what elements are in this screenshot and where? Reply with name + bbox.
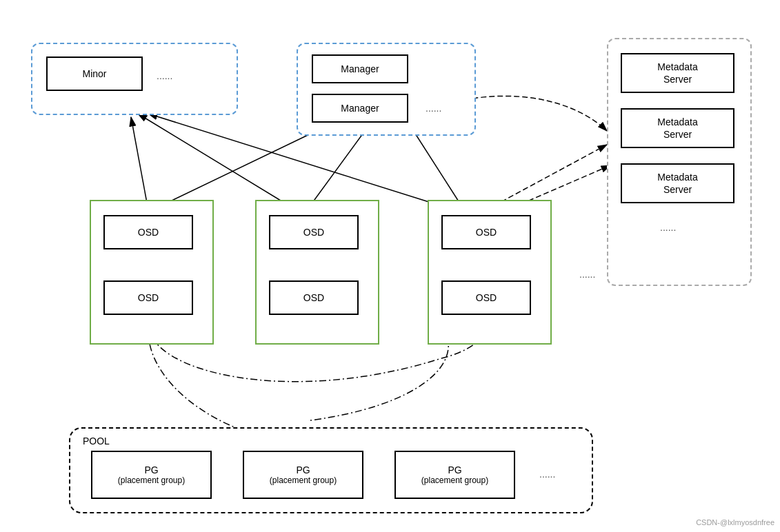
manager-label-2: Manager [341,103,379,114]
minor-box: Minor [46,57,143,91]
diagram-container: Minor ...... Manager Manager ...... Meta… [0,0,780,532]
svg-line-4 [138,114,297,210]
pg-1: PG (placement group) [91,451,212,499]
pg-label-1: PG [144,464,158,475]
metadata-label-3: MetadataServer [657,171,697,196]
metadata-label-1: MetadataServer [657,61,697,85]
minor-container: Minor ...... [31,43,238,115]
osd-3-2: OSD [441,280,531,315]
osd-label-2-2: OSD [303,292,324,303]
osd-2-1: OSD [269,215,359,249]
metadata-label-2: MetadataServer [657,116,697,141]
osd-1-2: OSD [103,280,193,315]
metadata-ellipsis: ...... [660,222,676,233]
metadata-server-3: MetadataServer [621,163,734,203]
pg-label-2: PG [296,464,310,475]
minor-label: Minor [82,68,106,79]
pool-container: POOL PG (placement group) PG (placement … [69,427,593,513]
pool-label: POOL [83,436,110,447]
watermark: CSDN-@lxlmyosdnfree [696,518,774,526]
manager-ellipsis: ...... [426,103,441,114]
pg-sublabel-1: (placement group) [118,475,185,485]
pg-2: PG (placement group) [243,451,363,499]
minor-ellipsis: ...... [157,70,172,81]
metadata-container: MetadataServer MetadataServer MetadataSe… [607,38,752,286]
osd-label-2-1: OSD [303,227,324,238]
osd-label-3-1: OSD [476,227,497,238]
pg-label-3: PG [448,464,461,475]
pg-sublabel-3: (placement group) [421,475,488,485]
pool-ellipsis: ...... [539,469,555,480]
osd-3-1: OSD [441,215,531,249]
manager-container: Manager Manager ...... [297,43,476,136]
osd-1-1: OSD [103,215,193,249]
pg-sublabel-2: (placement group) [270,475,337,485]
metadata-server-1: MetadataServer [621,53,734,93]
osd-2-2: OSD [269,280,359,315]
manager-box-1: Manager [312,54,408,83]
osd-group-2: OSD OSD [255,200,379,345]
manager-label-1: Manager [341,63,379,74]
pg-3: PG (placement group) [394,451,515,499]
metadata-server-2: MetadataServer [621,108,734,148]
osd-group-1: OSD OSD [90,200,214,345]
osd-group-3: OSD OSD [428,200,552,345]
manager-box-2: Manager [312,94,408,123]
osd-ellipsis: ...... [579,269,595,280]
osd-label-1-1: OSD [138,227,159,238]
svg-line-2 [131,117,148,210]
osd-label-1-2: OSD [138,292,159,303]
osd-label-3-2: OSD [476,292,497,303]
